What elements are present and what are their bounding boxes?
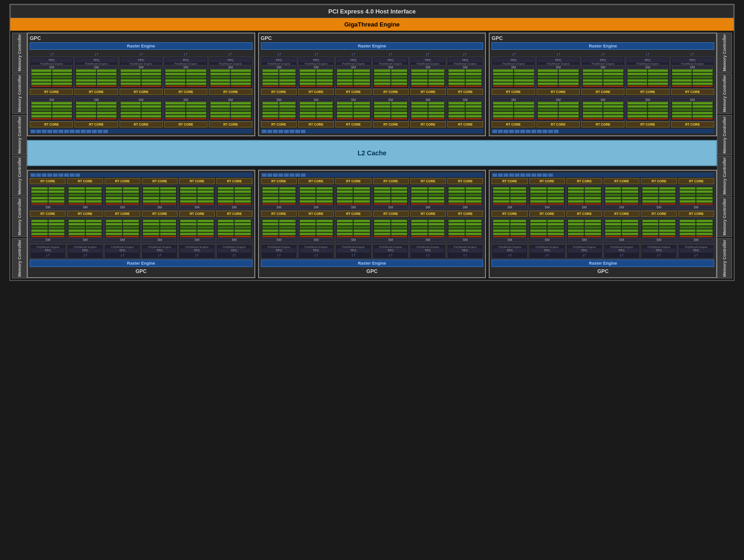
gigathread-bar: GigaThread Engine	[10, 18, 734, 31]
tpc-1-2: TPC PolyMorph Engine SM	[74, 57, 118, 89]
mem-ctrl-right-5: Memory Controller	[717, 197, 732, 237]
right-memory-controllers: Memory Controller Memory Controller Memo…	[717, 33, 732, 278]
gpc-top-center: GPC Raster Engine ↓↑↓↑↓↑↓↑↓↑↓↑ TPC PolyM…	[258, 33, 486, 136]
tpc-1-4: TPC PolyMorph Engine SM	[164, 57, 207, 89]
mem-ctrl-right-2: Memory Controller	[717, 73, 732, 113]
gpc-label-3: GPC	[492, 35, 714, 41]
gpc-bot-right: RT CORE RT CORE RT CORE RT CORE RT CORE …	[489, 170, 717, 278]
rt-core-2: RT CORE	[74, 89, 118, 95]
io-strip-1	[30, 129, 252, 133]
mem-ctrl-right-3: Memory Controller	[717, 115, 732, 155]
gpc-bot-left: RT CORE RT CORE RT CORE RT CORE RT CORE …	[27, 170, 255, 278]
rt-core-row-1b: RT CORE RT CORE RT CORE RT CORE RT CORE	[30, 121, 252, 127]
mem-ctrl-left-5: Memory Controller	[12, 197, 27, 237]
tpc-1-3: TPC PolyMorph Engine SM	[119, 57, 163, 89]
tpc-group-1-top: TPC PolyMorph Engine SM	[30, 57, 252, 89]
bottom-gpc-row: RT CORE RT CORE RT CORE RT CORE RT CORE …	[27, 170, 717, 278]
gpu-die-diagram: PCI Express 4.0 Host Interface GigaThrea…	[9, 4, 735, 281]
raster-engine-2: Raster Engine	[261, 42, 484, 50]
tpc-1-9: SM	[164, 96, 207, 121]
raster-engine-1: Raster Engine	[30, 42, 252, 50]
tpc-1-6: SM	[30, 96, 73, 121]
tpc-1-10: SM	[209, 96, 252, 121]
mem-ctrl-left-3: Memory Controller	[12, 115, 27, 155]
rt-core-4: RT CORE	[164, 89, 207, 95]
rt-core-3: RT CORE	[120, 89, 163, 95]
tpc-group-1-bot: SM SM	[30, 96, 252, 121]
tpc-1-8: SM	[119, 96, 163, 121]
mem-ctrl-right-4: Memory Controller	[717, 156, 732, 196]
mem-ctrl-right-6: Memory Controller	[717, 238, 732, 278]
rt-core-1: RT CORE	[30, 89, 73, 95]
rt-core-5: RT CORE	[209, 89, 252, 95]
gpc-bot-center: RT CORE RT CORE RT CORE RT CORE RT CORE …	[258, 170, 486, 278]
rt-core-row-1: RT CORE RT CORE RT CORE RT CORE RT CORE	[30, 89, 252, 95]
mem-ctrl-left-2: Memory Controller	[12, 73, 27, 113]
pci-bar: PCI Express 4.0 Host Interface	[10, 5, 734, 18]
mem-ctrl-left-1: Memory Controller	[12, 33, 27, 73]
gpc-top-left: GPC Raster Engine ↓↑↓↑↓↑↓↑↓↑ TPC PolyMor…	[27, 33, 255, 136]
l2-cache: L2 Cache	[27, 140, 717, 166]
mem-ctrl-left-4: Memory Controller	[12, 156, 27, 196]
top-gpc-row: GPC Raster Engine ↓↑↓↑↓↑↓↑↓↑ TPC PolyMor…	[27, 33, 717, 136]
tpc-1-5: TPC PolyMorph Engine SM	[209, 57, 252, 89]
tpc-1-7: SM	[74, 96, 118, 121]
gpc-label-2: GPC	[261, 35, 484, 41]
tpc-1-1: TPC PolyMorph Engine SM	[30, 57, 73, 89]
gpc-label-1: GPC	[30, 35, 252, 41]
center-content: GPC Raster Engine ↓↑↓↑↓↑↓↑↓↑ TPC PolyMor…	[27, 33, 717, 278]
left-memory-controllers: Memory Controller Memory Controller Memo…	[12, 33, 27, 278]
raster-engine-3: Raster Engine	[492, 42, 714, 50]
mem-ctrl-left-6: Memory Controller	[12, 238, 27, 278]
mem-ctrl-right-1: Memory Controller	[717, 33, 732, 73]
main-content: Memory Controller Memory Controller Memo…	[10, 31, 734, 280]
tpc-group-2-top: TPC PolyMorph Engine SM	[261, 57, 484, 89]
gpc-top-right: GPC Raster Engine ↓↑↓↑↓↑↓↑↓↑ TPC PolyMor…	[489, 33, 717, 136]
